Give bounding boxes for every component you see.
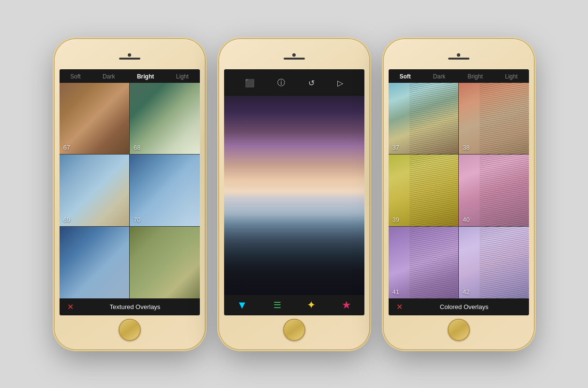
thumb-71[interactable] [60,227,130,298]
phone-top-bar [60,44,200,69]
top-icon-row: ⬛ ⓘ ↺ ▷ [224,73,364,93]
phone-top-bar-colored [389,44,529,69]
screen-header-colored: Soft Dark Bright Light [389,69,529,83]
thumb-72[interactable] [130,227,200,298]
magic-tool-icon[interactable]: ✦ [307,299,316,311]
phone-colored: Soft Dark Bright Light 37 38 39 40 41 [384,39,534,349]
thumb-67[interactable]: 67 [60,83,130,155]
thumb-39[interactable]: 39 [389,155,459,226]
screen-footer-textured: ✕ Textured Overlays [60,298,200,315]
phone-bottom-main [224,315,364,344]
full-image [224,96,364,295]
tab-soft-textured[interactable]: Soft [70,73,80,80]
thumb-40[interactable]: 40 [459,155,529,226]
speaker-grill [119,58,140,60]
screen-header-textured: Soft Dark Bright Light [60,69,200,83]
thumb-grid-textured: 67 68 69 70 [60,83,200,298]
close-button-colored[interactable]: ✕ [396,302,403,311]
screen-footer-colored: ✕ Colored Overlays [389,298,529,315]
thumb-69[interactable]: 69 [60,155,130,226]
speaker-grill-main [284,58,305,60]
tab-bright-colored[interactable]: Bright [467,73,482,80]
phone-top-bar-main [224,44,364,69]
tab-dark-textured[interactable]: Dark [103,73,115,80]
phone-screen-textured: Soft Dark Bright Light 67 68 69 70 [60,69,200,315]
thumb-num-41: 41 [392,288,399,295]
home-button-textured[interactable] [119,319,141,341]
close-button-textured[interactable]: ✕ [67,302,74,311]
thumb-num-40: 40 [463,216,469,223]
thumb-68[interactable]: 68 [130,83,200,155]
tab-row-textured: Soft Dark Bright Light [60,73,200,80]
thumb-70[interactable]: 70 [130,155,200,226]
tab-soft-colored[interactable]: Soft [399,73,410,80]
speaker-grill-colored [448,58,469,60]
star-tool-icon[interactable]: ★ [342,299,351,311]
bottom-toolbar: ▼ ☰ ✦ ★ [224,295,364,315]
thumb-num-70: 70 [134,216,140,223]
screen-header-main: ⬛ ⓘ ↺ ▷ [224,69,364,96]
camera-dot-colored [457,53,460,57]
thumb-38[interactable]: 38 [459,83,529,155]
thumb-grid-colored: 37 38 39 40 41 42 [389,83,529,298]
thumb-37[interactable]: 37 [389,83,459,155]
phone-bottom-textured [60,315,200,344]
footer-title-textured: Textured Overlays [78,303,192,310]
thumb-num-67: 67 [63,144,70,151]
home-button-colored[interactable] [448,319,470,341]
thumb-num-68: 68 [134,144,140,151]
tab-row-colored: Soft Dark Bright Light [389,73,529,80]
thumb-42[interactable]: 42 [459,227,529,298]
phone-screen-colored: Soft Dark Bright Light 37 38 39 40 41 [389,69,529,315]
phone-textured: Soft Dark Bright Light 67 68 69 70 [55,39,205,349]
thumb-41[interactable]: 41 [389,227,459,298]
share-icon[interactable]: ▷ [337,78,343,88]
thumb-num-69: 69 [63,216,70,223]
phone-bottom-colored [389,315,529,344]
tab-light-colored[interactable]: Light [505,73,517,80]
phone-main: ⬛ ⓘ ↺ ▷ ▼ ☰ ✦ ★ [219,39,369,349]
camera-dot [128,53,131,57]
tab-dark-colored[interactable]: Dark [433,73,445,80]
info-icon[interactable]: ⓘ [277,78,285,88]
footer-title-colored: Colored Overlays [407,303,521,310]
tab-light-textured[interactable]: Light [176,73,189,80]
layers-icon[interactable]: ⬛ [245,78,255,88]
thumb-num-37: 37 [392,144,399,151]
camera-dot-main [292,53,296,57]
phone-screen-main: ⬛ ⓘ ↺ ▷ ▼ ☰ ✦ ★ [224,69,364,315]
stack-tool-icon[interactable]: ☰ [273,300,281,310]
history-icon[interactable]: ↺ [308,78,315,88]
thumb-num-42: 42 [463,288,469,295]
thumb-num-38: 38 [463,144,469,151]
tab-bright-textured[interactable]: Bright [137,73,154,80]
filter-tool-icon[interactable]: ▼ [237,299,247,311]
home-button-main[interactable] [283,319,305,341]
thumb-num-39: 39 [392,216,399,223]
